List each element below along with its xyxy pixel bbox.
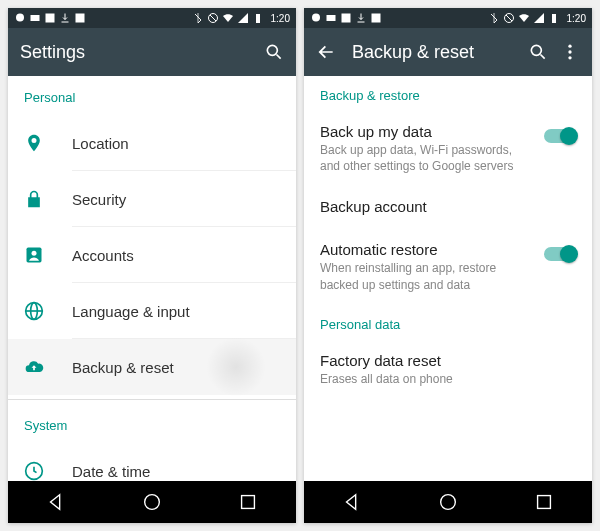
svg-line-8 [277,55,281,59]
sidebar-item-language[interactable]: Language & input [8,283,296,339]
status-bar: 1:20 [304,8,592,28]
nav-bar [304,481,592,523]
nav-recents-icon[interactable] [237,491,259,513]
svg-rect-1 [31,15,40,21]
location-icon [24,133,44,153]
svg-point-24 [531,45,541,55]
overflow-menu-icon[interactable] [560,42,580,62]
section-header-personal-data: Personal data [304,305,592,340]
clock-icon [24,461,44,481]
nav-back-icon[interactable] [341,491,363,513]
svg-point-28 [568,56,571,59]
dnd-icon [207,12,219,24]
sidebar-item-datetime[interactable]: Date & time [8,443,296,481]
toggle-backup-data[interactable] [544,129,576,143]
nav-back-icon[interactable] [45,491,67,513]
item-label: Date & time [72,463,150,480]
touch-ripple [206,337,266,397]
item-label: Security [72,191,126,208]
page-title: Backup & reset [352,42,516,63]
setting-subtitle: When reinstalling an app, restore backed… [320,260,534,292]
divider [8,399,296,400]
svg-line-25 [541,55,545,59]
sidebar-item-backup-reset[interactable]: Backup & reset [8,339,296,395]
svg-point-29 [441,495,456,510]
svg-rect-6 [256,14,260,23]
image-icon [340,12,352,24]
account-icon [24,245,44,265]
item-label: Backup & reset [72,359,174,376]
hangouts-icon [310,12,322,24]
section-header-backup: Backup & restore [304,76,592,111]
setting-subtitle: Erases all data on phone [320,371,576,387]
setting-automatic-restore[interactable]: Automatic restore When reinstalling an a… [304,229,592,304]
svg-rect-16 [242,496,255,509]
svg-rect-2 [46,14,55,23]
svg-rect-30 [538,496,551,509]
lock-icon [24,189,44,209]
backup-reset-list: Backup & restore Back up my data Back up… [304,76,592,481]
svg-point-10 [32,251,37,256]
item-label: Language & input [72,303,190,320]
svg-line-22 [506,15,512,21]
svg-rect-18 [327,15,336,21]
item-label: Location [72,135,129,152]
cloud-upload-icon [24,357,44,377]
phone-backup-reset: 1:20 Backup & reset Backup & restore Bac… [304,8,592,523]
svg-point-27 [568,50,571,53]
svg-line-5 [210,15,216,21]
bluetooth-icon [192,12,204,24]
status-bar: 1:20 [8,8,296,28]
svg-point-15 [145,495,160,510]
hangouts-icon [14,12,26,24]
setting-subtitle: Back up app data, Wi-Fi passwords, and o… [320,142,534,174]
app-bar: Backup & reset [304,28,592,76]
dnd-icon [503,12,515,24]
globe-icon [24,301,44,321]
image-icon [44,12,56,24]
section-header-system: System [8,404,296,443]
section-header-personal: Personal [8,76,296,115]
setting-title: Backup account [320,198,576,215]
item-label: Accounts [72,247,134,264]
translate-icon [370,12,382,24]
svg-point-0 [16,14,24,22]
back-arrow-icon[interactable] [316,42,336,62]
battery-icon [252,12,264,24]
setting-title: Automatic restore [320,241,534,258]
bluetooth-icon [488,12,500,24]
page-title: Settings [20,42,252,63]
svg-rect-19 [342,14,351,23]
download-icon [59,12,71,24]
setting-title: Back up my data [320,123,534,140]
phone-settings: 1:20 Settings Personal Location Security… [8,8,296,523]
wifi-icon [518,12,530,24]
clock-text: 1:20 [271,13,290,24]
setting-backup-account[interactable]: Backup account [304,186,592,229]
app-bar: Settings [8,28,296,76]
signal-icon [237,12,249,24]
search-icon[interactable] [528,42,548,62]
svg-point-26 [568,45,571,48]
nav-recents-icon[interactable] [533,491,555,513]
clock-text: 1:20 [567,13,586,24]
sidebar-item-accounts[interactable]: Accounts [8,227,296,283]
nav-home-icon[interactable] [437,491,459,513]
setting-backup-my-data[interactable]: Back up my data Back up app data, Wi-Fi … [304,111,592,186]
toggle-auto-restore[interactable] [544,247,576,261]
svg-rect-20 [372,14,381,23]
mail-icon [325,12,337,24]
nav-home-icon[interactable] [141,491,163,513]
svg-point-7 [267,45,277,55]
sidebar-item-security[interactable]: Security [8,171,296,227]
setting-title: Factory data reset [320,352,576,369]
settings-list: Personal Location Security Accounts Lang… [8,76,296,481]
translate-icon [74,12,86,24]
nav-bar [8,481,296,523]
search-icon[interactable] [264,42,284,62]
svg-rect-23 [552,14,556,23]
setting-factory-reset[interactable]: Factory data reset Erases all data on ph… [304,340,592,399]
svg-point-17 [312,14,320,22]
sidebar-item-location[interactable]: Location [8,115,296,171]
wifi-icon [222,12,234,24]
